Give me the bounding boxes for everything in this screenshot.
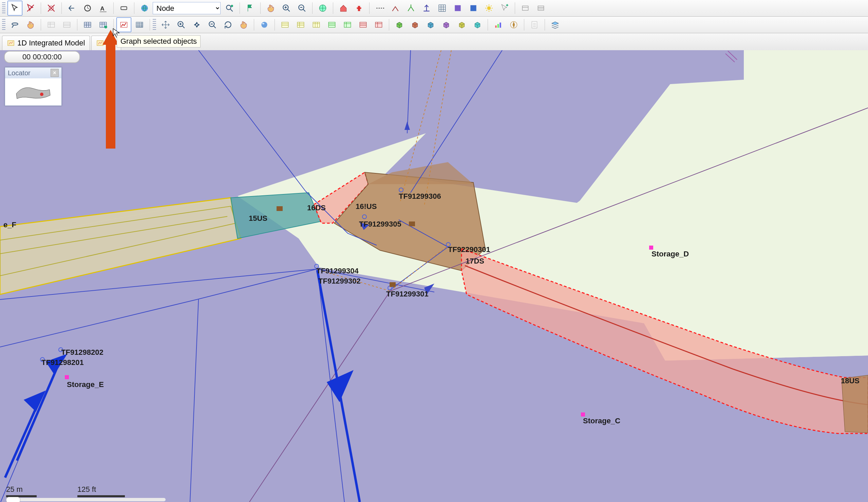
layers-tool[interactable] bbox=[548, 17, 562, 32]
graph-tooltip: Graph selected objects bbox=[117, 35, 200, 48]
time-display[interactable]: 00 00:00:00 bbox=[4, 51, 80, 63]
tbl-f[interactable] bbox=[355, 17, 371, 32]
doc-tab-2-label: 1D bbox=[106, 39, 116, 48]
lasso-tool[interactable] bbox=[8, 17, 22, 32]
plus-tool[interactable] bbox=[497, 1, 512, 15]
dashed-tool[interactable] bbox=[372, 1, 387, 15]
branch1-tool[interactable] bbox=[388, 1, 403, 15]
pan2-tool[interactable] bbox=[236, 17, 251, 32]
tbl-g[interactable] bbox=[371, 17, 386, 32]
locator-panel: Locator × bbox=[5, 67, 62, 106]
undo-tool[interactable] bbox=[64, 1, 80, 15]
zoom-in2-tool[interactable] bbox=[174, 17, 189, 32]
cube-b[interactable] bbox=[407, 17, 423, 32]
toolbar-grip-2b[interactable] bbox=[153, 19, 156, 31]
compass-tool[interactable] bbox=[506, 17, 521, 32]
scale-metric: 25 m bbox=[6, 485, 23, 494]
zoom-out2-tool[interactable] bbox=[205, 17, 220, 32]
extra-tool-b[interactable] bbox=[534, 1, 548, 15]
cube-d[interactable] bbox=[439, 17, 454, 32]
bar-tool[interactable] bbox=[491, 17, 506, 32]
time-slider[interactable] bbox=[6, 498, 166, 501]
scale-imperial: 125 ft bbox=[78, 485, 96, 494]
hand2-tool[interactable] bbox=[23, 17, 38, 32]
tbl-c[interactable] bbox=[309, 17, 324, 32]
grid1-tool[interactable] bbox=[80, 17, 95, 32]
results-grid-tool[interactable] bbox=[132, 17, 147, 32]
pan-tool[interactable] bbox=[263, 1, 278, 15]
svg-rect-35 bbox=[375, 22, 382, 27]
toolbar-grip[interactable] bbox=[2, 2, 6, 14]
redo-tool[interactable] bbox=[80, 1, 95, 15]
sphere-tool[interactable] bbox=[257, 17, 272, 32]
rotate-tool[interactable] bbox=[220, 17, 236, 32]
purple-square-tool[interactable] bbox=[450, 1, 465, 15]
doc-tool[interactable] bbox=[527, 17, 542, 32]
tbl-b[interactable] bbox=[293, 17, 308, 32]
svg-rect-29 bbox=[282, 22, 288, 27]
doc-tab-1[interactable]: 1D Integrated Model bbox=[2, 35, 90, 50]
svg-marker-50 bbox=[841, 375, 868, 433]
center-tool[interactable] bbox=[189, 17, 204, 32]
text-label-tool[interactable]: A bbox=[96, 1, 111, 15]
locator-thumb[interactable] bbox=[5, 79, 61, 105]
svg-point-5 bbox=[226, 5, 231, 10]
svg-rect-34 bbox=[360, 22, 366, 27]
globe-tool[interactable] bbox=[137, 1, 152, 15]
cube-f[interactable] bbox=[470, 17, 485, 32]
svg-rect-20 bbox=[84, 22, 91, 27]
grid2-tool[interactable] bbox=[96, 17, 111, 32]
svg-point-62 bbox=[40, 93, 43, 96]
svg-text:A: A bbox=[100, 5, 104, 12]
move-tool[interactable] bbox=[158, 17, 173, 32]
map-view[interactable]: e_F 15US 16DS 16!US TF91299306 TF9129930… bbox=[0, 50, 868, 502]
svg-rect-14 bbox=[470, 5, 476, 11]
svg-rect-37 bbox=[497, 24, 499, 28]
sun-tool[interactable] bbox=[482, 1, 496, 15]
flag-tool[interactable] bbox=[242, 1, 258, 15]
branch2-tool[interactable] bbox=[403, 1, 418, 15]
svg-rect-12 bbox=[439, 5, 445, 11]
scale-bars: 25 m 125 ft bbox=[6, 485, 125, 497]
tbl-d[interactable] bbox=[324, 17, 339, 32]
svg-rect-16 bbox=[522, 6, 528, 11]
select-tool[interactable] bbox=[8, 1, 22, 15]
time-slider-thumb[interactable] bbox=[6, 497, 20, 502]
toolbar-2 bbox=[0, 17, 868, 33]
toolbar-grip-2[interactable] bbox=[2, 19, 6, 31]
svg-point-27 bbox=[261, 22, 267, 28]
svg-point-6 bbox=[231, 5, 233, 7]
hydrant-tool[interactable] bbox=[352, 1, 366, 15]
svg-point-15 bbox=[487, 7, 491, 10]
svg-rect-19 bbox=[63, 22, 70, 27]
svg-rect-30 bbox=[297, 22, 304, 27]
zoom-in-tool[interactable] bbox=[279, 1, 294, 15]
graph-selected-tool[interactable] bbox=[116, 17, 131, 32]
object-type-select[interactable]: Node bbox=[153, 2, 220, 14]
tbl-e[interactable] bbox=[340, 17, 355, 32]
svg-rect-38 bbox=[499, 23, 501, 28]
clear-selection-tool[interactable] bbox=[44, 1, 59, 15]
cube-c[interactable] bbox=[423, 17, 438, 32]
cube-e[interactable] bbox=[454, 17, 469, 32]
zoom-window-tool[interactable] bbox=[315, 1, 330, 15]
find-object-tool[interactable] bbox=[222, 1, 237, 15]
extra-tool-a[interactable] bbox=[518, 1, 533, 15]
locator-close[interactable]: × bbox=[51, 69, 59, 77]
sim-tool[interactable] bbox=[435, 1, 450, 15]
svg-rect-13 bbox=[455, 5, 461, 11]
document-tabs: 1D Integrated Model 1D Graph selected ob… bbox=[0, 33, 868, 51]
model-icon bbox=[96, 39, 104, 47]
tbl-a[interactable] bbox=[278, 17, 292, 32]
home-tool[interactable] bbox=[336, 1, 351, 15]
clip-tool[interactable] bbox=[116, 1, 131, 15]
svg-rect-33 bbox=[344, 22, 351, 27]
cube-a[interactable] bbox=[392, 17, 407, 32]
table1-tool[interactable] bbox=[44, 17, 59, 32]
table2-tool[interactable] bbox=[59, 17, 74, 32]
blue-square-tool[interactable] bbox=[466, 1, 481, 15]
branch3-tool[interactable] bbox=[419, 1, 434, 15]
deselect-tool[interactable] bbox=[23, 1, 38, 15]
map-canvas[interactable] bbox=[0, 50, 868, 502]
zoom-out-tool[interactable] bbox=[294, 1, 309, 15]
